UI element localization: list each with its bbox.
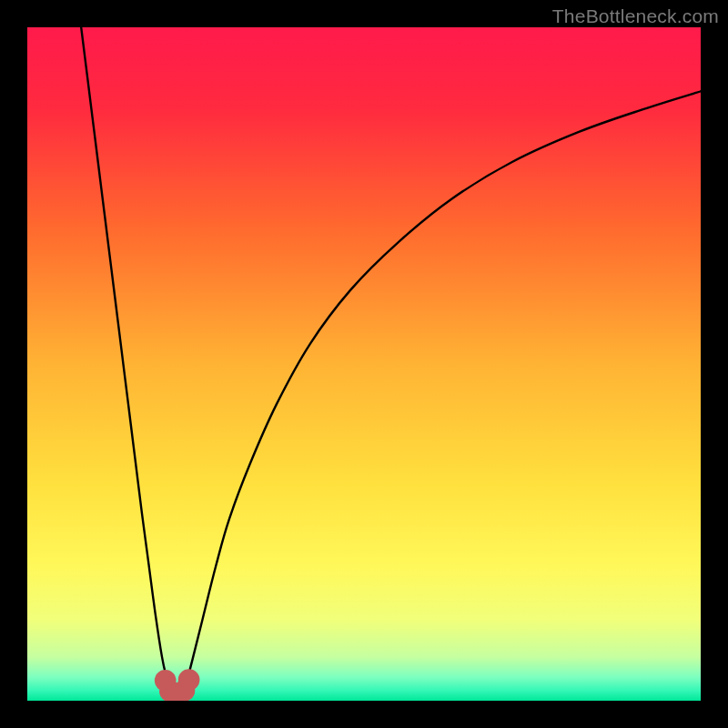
chart-plot-area xyxy=(27,27,701,701)
watermark-text: TheBottleneck.com xyxy=(552,5,719,27)
outer-frame: TheBottleneck.com xyxy=(0,0,728,728)
gradient-background xyxy=(27,27,701,701)
marker-dip-right xyxy=(178,669,200,691)
chart-svg xyxy=(27,27,701,701)
